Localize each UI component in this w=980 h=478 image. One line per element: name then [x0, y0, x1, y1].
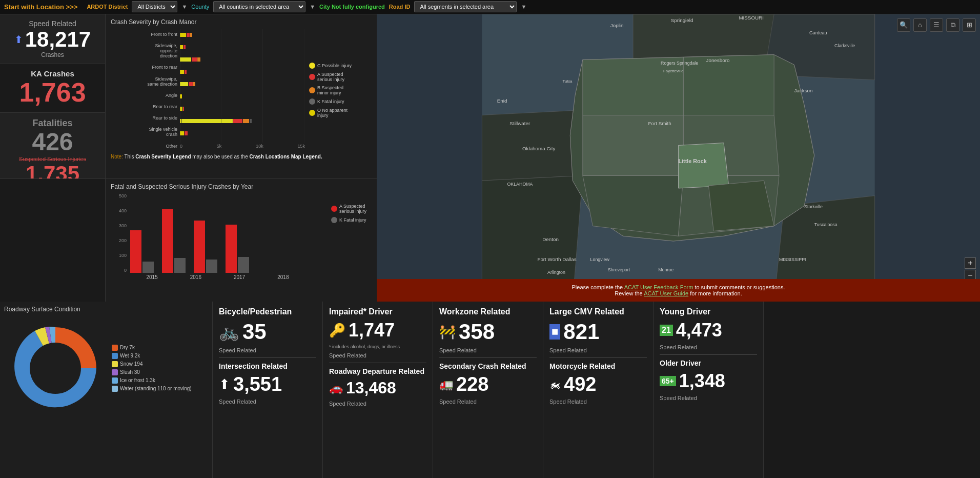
svg-text:Springield: Springield: [671, 17, 693, 23]
cmv-title: Large CMV Related: [549, 307, 647, 316]
user-guide-link[interactable]: ACAT User Guide: [644, 290, 688, 296]
ka-stat-box: KA Crashes 1,763: [0, 64, 105, 113]
red-bar-2017: [194, 221, 205, 273]
grid-tool-btn[interactable]: ⊞: [963, 18, 976, 32]
crash-severity-body: Front to front Sideswipe,oppositedirecti…: [111, 29, 372, 152]
legend-dot-k: [309, 98, 315, 105]
svg-text:OKLAHOMA: OKLAHOMA: [507, 182, 533, 187]
red-bar-2018: [226, 225, 237, 273]
x-axis-labels: 0 5k 10k 15k: [180, 144, 305, 149]
older-speed: Speed Related: [660, 395, 757, 401]
legend-dot-o: [309, 110, 315, 116]
speed-icon: ⬆: [14, 33, 23, 46]
fatalities-label: Fatalities: [32, 118, 72, 129]
svg-text:Oklahoma City: Oklahoma City: [522, 146, 555, 151]
swatch-dry: [112, 345, 118, 351]
yearly-chart-body: 500 400 300 200 100 0: [111, 193, 372, 291]
legend-wet: Wet 9.2k: [112, 353, 192, 359]
workzone-value: 358: [459, 320, 495, 344]
legend-item-k: K Fatal injury: [309, 98, 372, 105]
county-select[interactable]: All counties in selected area: [213, 1, 305, 12]
county-label: County: [191, 4, 209, 10]
svg-text:Arlington: Arlington: [547, 270, 565, 275]
bicycle-value-row: 🚲 35: [219, 320, 316, 344]
app-container: Start with Location >>> ARDOT District A…: [0, 0, 980, 478]
workzone-title: Workzone Related: [439, 307, 537, 316]
workzone-speed: Speed Related: [439, 347, 537, 353]
young-icon: 21: [660, 325, 673, 336]
metric-card-workzone: Workzone Related 🚧 358 Speed Related Sec…: [433, 302, 543, 478]
zoom-in-btn[interactable]: +: [965, 257, 976, 269]
crash-cat-labels: Front to front Sideswipe,oppositedirecti…: [111, 29, 180, 152]
secondary-title: Secondary Crash Related: [439, 362, 537, 370]
road-id-label: Road ID: [389, 4, 411, 10]
search-tool-btn[interactable]: 🔍: [897, 18, 910, 32]
map-toolbar: 🔍 ⌂ ☰ ⧉ ⊞: [897, 18, 976, 32]
chart-note: Note: This Crash Severity Legend may als…: [111, 154, 372, 160]
intersection-speed: Speed Related: [219, 399, 316, 405]
row1: Speed Related ⬆ 18,217 Crashes KA Crashe…: [0, 14, 377, 178]
layers-tool-btn[interactable]: ⧉: [946, 18, 959, 32]
svg-text:Denton: Denton: [542, 236, 559, 242]
yearly-legend-red: A Suspectedserious injury: [331, 204, 366, 214]
departure-value-row: 🚗 13,468: [329, 379, 426, 397]
crash-severity-chart: Crash Severity by Crash Manor Front to f…: [105, 14, 377, 178]
bicycle-title: Bicycle/Pedestrian: [219, 307, 316, 316]
older-value: 1,348: [679, 370, 725, 392]
motorcycle-speed: Speed Related: [549, 399, 647, 405]
svg-text:Fayetteville: Fayetteville: [663, 69, 684, 73]
svg-text:MISSISSIPPI: MISSISSIPPI: [779, 257, 806, 262]
city-label: City Not fully configured: [319, 4, 385, 10]
ardot-district-select[interactable]: All Districts: [132, 1, 177, 12]
motorcycle-value: 492: [564, 373, 596, 395]
crash-bars-area: 0 5k 10k 15k: [180, 29, 305, 152]
bicycle-value: 35: [242, 320, 267, 344]
y-axis: 500 400 300 200 100 0: [111, 193, 129, 273]
legend-dot-a: [309, 74, 315, 80]
bicycle-divider: [219, 357, 316, 358]
older-value-row: 65+ 1,348: [660, 370, 757, 392]
impaired-note: * includes alcohol, drugs, or illness: [329, 344, 426, 349]
young-divider: [660, 354, 757, 355]
feedback-bar: Please complete the ACAT User Feedback F…: [377, 279, 980, 302]
nav-start-label: Start with Location >>>: [4, 3, 77, 11]
home-tool-btn[interactable]: ⌂: [913, 18, 927, 32]
svg-text:Fort Worth Dallas: Fort Worth Dallas: [537, 256, 576, 262]
svg-text:Tulsa: Tulsa: [563, 78, 573, 83]
feedback-form-link[interactable]: ACAT User Feedback Form: [624, 284, 693, 290]
swatch-snow: [112, 361, 118, 367]
intersection-value: 3,551: [233, 373, 282, 395]
svg-point-32: [30, 343, 81, 394]
svg-text:Shreveport: Shreveport: [608, 267, 630, 272]
svg-text:Monroe: Monroe: [658, 267, 673, 272]
grid-svg: [180, 29, 305, 143]
young-value-row: 21 4,473: [660, 320, 757, 341]
ardot-district-label: ARDOT District: [87, 4, 128, 10]
swatch-ice: [112, 377, 118, 384]
donut-box: Roadway Surface Condition: [0, 302, 213, 478]
year-group-2016: [162, 209, 186, 273]
impaired-speed: Speed Related: [329, 352, 426, 358]
map-svg: Enid Stillwater Oklahoma City OKLAHOMA D…: [377, 14, 980, 302]
svg-text:Enid: Enid: [497, 98, 507, 104]
bottom-row: Roadway Surface Condition: [0, 302, 980, 478]
legend-dot-red: [331, 206, 337, 212]
svg-text:MISSOURI: MISSOURI: [739, 15, 764, 21]
road-id-select[interactable]: All segments in selected area: [414, 1, 517, 12]
stat-spacer: [0, 179, 105, 302]
crash-severity-title: Crash Severity by Crash Manor: [111, 18, 372, 26]
legend-dry: Dry 7k: [112, 345, 192, 351]
impaired-title: Impaired* Driver: [329, 307, 426, 316]
top-nav: Start with Location >>> ARDOT District A…: [0, 0, 980, 14]
svg-text:Fort Smith: Fort Smith: [648, 121, 671, 126]
workzone-value-row: 🚧 358: [439, 320, 537, 344]
yearly-chart: Fatal and Suspected Serious Injury Crash…: [105, 179, 377, 302]
list-tool-btn[interactable]: ☰: [930, 18, 943, 32]
metric-card-young: Young Driver 21 4,473 Speed Related Olde…: [654, 302, 764, 478]
workzone-icon: 🚧: [439, 324, 456, 340]
gray-bar-2016: [174, 258, 186, 273]
departure-value: 13,468: [346, 379, 396, 397]
gray-bar-2015: [142, 262, 154, 273]
bicycle-speed: Speed Related: [219, 347, 316, 353]
donut-svg: [4, 317, 107, 420]
